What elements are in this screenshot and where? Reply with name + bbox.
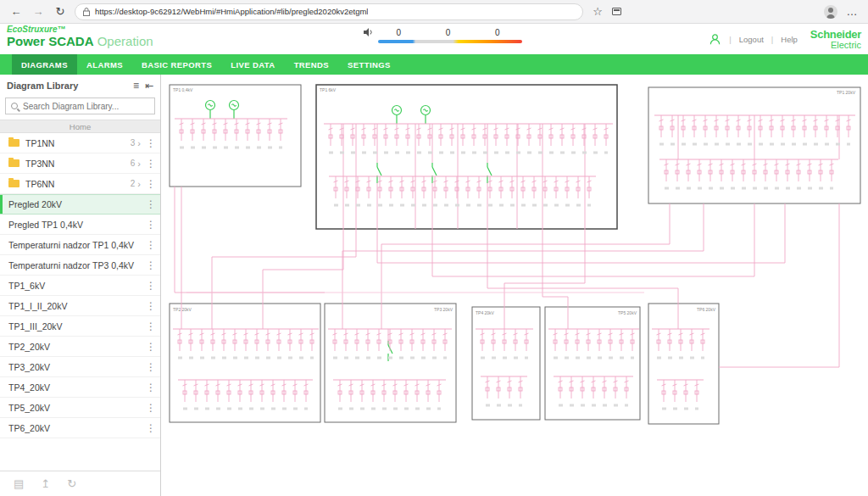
row-menu-kebab-icon[interactable]: ⋮ [145,402,157,414]
folder-row-tp1nn[interactable]: TP1NN 3 › ⋮ [0,133,160,153]
svg-text:TP5 20kV: TP5 20kV [618,310,637,315]
app-header: EcoStruxure™ Power SCADA Operation 0 0 0 [0,24,868,54]
help-link[interactable]: Help [781,35,798,44]
row-menu-kebab-icon[interactable]: ⋮ [145,361,157,373]
svg-text:TP1 20kV: TP1 20kV [837,90,856,95]
browser-menu-icon[interactable]: … [844,5,860,18]
header-actions: | Logout | Help Schneider Electric [709,24,861,54]
sidebar-title: Diagram Library [7,81,127,91]
back-icon[interactable]: ← [8,5,24,18]
diagram-item[interactable]: Temperaturni nadzor TP1 0,4kV ⋮ [0,235,160,255]
row-menu-kebab-icon[interactable]: ⋮ [145,219,157,231]
folder-count: 6 [131,159,136,168]
brand-block: EcoStruxure™ Power SCADA Operation [7,25,153,47]
row-menu-kebab-icon[interactable]: ⋮ [145,198,157,210]
user-icon[interactable] [709,33,721,46]
search-icon [11,103,18,109]
diagram-item-label: Temperaturni nadzor TP1 0,4kV [8,240,145,250]
diagram-item-label: TP1_III_20kV [8,321,145,332]
refresh-icon[interactable]: ↻ [53,5,68,18]
svg-text:TP2 20kV: TP2 20kV [173,307,192,312]
row-menu-kebab-icon[interactable]: ⋮ [145,239,157,251]
row-menu-kebab-icon[interactable]: ⋮ [145,300,157,312]
panel-tp5-20kv[interactable]: TP5 20kV [545,307,640,420]
diagram-item[interactable]: TP5_20kV ⋮ [0,398,160,418]
browser-toolbar: ← → ↻ https://desktop-9c62912/WebHmi/#Hm… [0,0,868,24]
upload-icon[interactable]: ↥ [41,477,50,490]
diagram-item-label: TP1_I_II_20kV [8,301,145,311]
logout-link[interactable]: Logout [739,35,764,44]
row-menu-kebab-icon[interactable]: ⋮ [145,280,157,292]
menu-icon[interactable]: ≡ [133,80,139,92]
organize-icon[interactable]: ▤ [14,477,24,490]
panel-tp2-20kv[interactable]: TP2 20kV [170,304,320,422]
breadcrumb[interactable]: Home [0,120,160,133]
diagram-item[interactable]: TP3_20kV ⋮ [0,357,160,377]
tab-trends[interactable]: TRENDS [285,54,338,75]
alarm-count-2: 0 [446,28,451,37]
search-input[interactable] [23,102,149,111]
search-box[interactable] [5,98,155,114]
folder-icon [8,159,19,167]
lock-icon [83,8,90,16]
folder-row-tp3nn[interactable]: TP3NN 6 › ⋮ [0,153,160,174]
tab-settings[interactable]: SETTINGS [338,54,400,75]
browser-profile-avatar[interactable] [824,5,837,19]
product-title-bold: Power SCADA [7,34,94,48]
sidebar-footer: ▤ ↥ ↻ [0,471,160,496]
row-menu-kebab-icon[interactable]: ⋮ [145,259,157,271]
diagram-item[interactable]: TP2_20kV ⋮ [0,337,160,357]
diagram-item-label: TP6_20kV [8,423,145,433]
row-menu-kebab-icon[interactable]: ⋮ [145,382,157,393]
url-text: https://desktop-9c62912/WebHmi/#HmiAppli… [95,7,368,16]
alarm-count-1: 0 [396,28,401,37]
diagram-item[interactable]: TP1_6kV ⋮ [0,276,160,296]
favorite-star-icon[interactable]: ☆ [590,5,605,18]
panel-tp1-6kv[interactable]: TP1 6kV [316,85,617,229]
panel-tp1-04kv[interactable]: TP1 0,4kV [170,85,301,187]
alarm-summary[interactable]: 0 0 0 [363,27,522,43]
collapse-sidebar-icon[interactable]: ⇤ [145,80,153,92]
diagram-item[interactable]: TP1_I_II_20kV ⋮ [0,296,160,316]
row-menu-kebab-icon[interactable]: ⋮ [145,178,157,190]
diagram-item-label: TP1_6kV [8,281,145,291]
schneider-logo-bottom: Electric [810,41,861,50]
collections-icon[interactable] [612,8,621,15]
panel-tp6-20kv[interactable]: TP6 20kV [648,304,719,424]
folder-icon [8,180,19,187]
tab-live-data[interactable]: LIVE DATA [221,54,284,75]
expand-chevron-icon[interactable]: › [137,138,141,148]
address-bar[interactable]: https://desktop-9c62912/WebHmi/#HmiAppli… [75,3,583,20]
alarm-counts: 0 0 0 [374,28,522,37]
panel-tp3-20kv[interactable]: TP3 20kV [325,304,456,422]
forward-icon[interactable]: → [31,5,46,18]
row-menu-kebab-icon[interactable]: ⋮ [145,341,157,353]
row-menu-kebab-icon[interactable]: ⋮ [145,137,157,149]
product-title: Power SCADA Operation [7,35,153,48]
expand-chevron-icon[interactable]: › [137,159,141,169]
alarm-count-3: 0 [495,28,500,37]
diagram-viewport[interactable]: TP1 0,4kV TP1 6kV [161,75,868,496]
single-line-diagram-canvas[interactable]: TP1 0,4kV TP1 6kV [161,75,868,496]
expand-chevron-icon[interactable]: › [137,179,141,189]
diagram-item-label: TP5_20kV [8,403,145,413]
diagram-item[interactable]: Pregled TP1 0,4kV ⋮ [0,215,160,235]
svg-text:TP3 20kV: TP3 20kV [434,307,453,312]
diagram-item[interactable]: TP6_20kV ⋮ [0,418,160,438]
browser-window: ← → ↻ https://desktop-9c62912/WebHmi/#Hm… [0,0,868,496]
diagram-list: TP1NN 3 › ⋮ TP3NN 6 › ⋮ TP6NN 2 › [0,133,160,471]
folder-row-tp6nn[interactable]: TP6NN 2 › ⋮ [0,174,160,194]
svg-text:TP6 20kV: TP6 20kV [697,307,716,312]
diagram-item[interactable]: TP1_III_20kV ⋮ [0,316,160,337]
refresh-library-icon[interactable]: ↻ [67,477,76,490]
tab-diagrams[interactable]: DIAGRAMS [12,54,77,75]
row-menu-kebab-icon[interactable]: ⋮ [145,320,157,332]
row-menu-kebab-icon[interactable]: ⋮ [145,158,157,170]
tab-alarms[interactable]: ALARMS [77,54,132,75]
diagram-item[interactable]: Temperaturni nadzor TP3 0,4kV ⋮ [0,255,160,276]
diagram-item[interactable]: TP4_20kV ⋮ [0,377,160,398]
panel-tp4-20kv[interactable]: TP4 20kV [472,307,540,420]
row-menu-kebab-icon[interactable]: ⋮ [145,422,157,434]
tab-basic-reports[interactable]: BASIC REPORTS [132,54,221,75]
diagram-item-pregled-20kv[interactable]: Pregled 20kV ⋮ [0,194,160,215]
